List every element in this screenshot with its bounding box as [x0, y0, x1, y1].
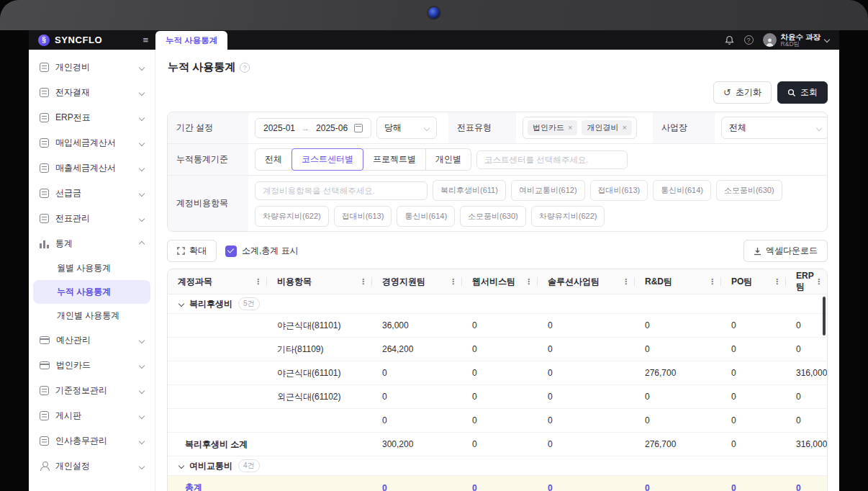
sidebar-item-13[interactable]: 개인설정 — [29, 454, 155, 479]
table-row-subtotal: 복리후생비 소계300,20000276,7000316,000 — [168, 433, 827, 456]
group-count-badge: 4건 — [238, 459, 260, 472]
sidebar-item-label: 예산관리 — [56, 334, 91, 346]
excel-download-button[interactable]: 엑셀다운로드 — [743, 240, 828, 262]
sidebar-item-0[interactable]: 개인경비 — [29, 55, 155, 80]
column-header: PO팀⋮ — [721, 269, 786, 294]
sidebar-item-6[interactable]: 전표관리 — [29, 206, 155, 231]
column-menu-icon[interactable]: ⋮ — [773, 277, 781, 287]
sidebar-item-4[interactable]: 매출세금계산서 — [29, 156, 155, 181]
value-cell: 0 — [786, 392, 828, 402]
sidebar-subitem-7-0[interactable]: 월별 사용통계 — [29, 256, 155, 280]
value-cell: 0 — [538, 392, 635, 402]
account-items-input[interactable] — [255, 181, 428, 200]
notification-bell-icon[interactable] — [725, 35, 735, 45]
account-item-chip[interactable]: 복리후생비(611) — [433, 180, 506, 201]
column-menu-icon[interactable]: ⋮ — [622, 277, 630, 287]
account-item-chip[interactable]: 접대비(613) — [590, 180, 648, 201]
page-help-icon[interactable]: ? — [240, 63, 250, 73]
checkbox-checked-icon[interactable] — [225, 246, 237, 257]
column-header-label: R&D팀 — [645, 276, 672, 288]
chevron-down-icon — [424, 125, 430, 130]
column-header-label: 비용항목 — [277, 276, 312, 288]
sidebar-item-label: ERP전표 — [55, 112, 91, 124]
value-cell: 276,700 — [635, 439, 721, 449]
budget-icon — [40, 336, 50, 344]
table-row-group: 여비교통비4건 — [168, 456, 827, 476]
table-row-data: 000000 — [168, 409, 827, 433]
column-header: R&D팀⋮ — [635, 269, 721, 294]
chevron-down-icon — [816, 125, 822, 130]
basis-option-button[interactable]: 프로젝트별 — [363, 148, 426, 171]
column-menu-icon[interactable]: ⋮ — [449, 277, 457, 287]
account-item-chip[interactable]: 통신비(614) — [653, 180, 711, 201]
column-menu-icon[interactable]: ⋮ — [815, 277, 823, 287]
search-button[interactable]: 조회 — [777, 81, 828, 104]
reset-button[interactable]: ↺ 초기화 — [713, 81, 772, 104]
sidebar-subitem-7-2[interactable]: 개인별 사용통계 — [29, 304, 155, 328]
account-cell: 복리후생비5건 — [168, 297, 267, 310]
sidebar-item-2[interactable]: ERP전표 — [29, 105, 155, 130]
value-cell: 0 — [462, 368, 538, 378]
help-icon[interactable]: ? — [744, 35, 754, 45]
basis-option-button[interactable]: 전체 — [255, 148, 292, 171]
value-cell: 0 — [635, 392, 721, 402]
voucher-type-input[interactable]: 법인카드×개인경비× — [523, 117, 637, 139]
search-icon — [787, 89, 796, 97]
period-preset-select[interactable]: 당해 — [376, 117, 437, 139]
user-menu[interactable]: 차윤수 과장 R&D팀 — [763, 32, 829, 48]
voucher-management-icon — [40, 214, 49, 223]
account-item-chip[interactable]: 차량유지비(622) — [255, 206, 329, 227]
account-item-chip[interactable]: 여비교통비(612) — [511, 180, 585, 201]
workplace-select[interactable]: 전체 — [721, 117, 828, 139]
sidebar-item-11[interactable]: 게시판 — [29, 403, 155, 428]
sidebar-item-8[interactable]: 예산관리 — [29, 328, 155, 353]
remove-tag-icon[interactable]: × — [622, 124, 626, 132]
value-cell: 300,200 — [372, 439, 462, 449]
chevron-down-icon — [139, 64, 145, 70]
account-item-chip[interactable]: 접대비(613) — [334, 206, 392, 227]
sidebar-subitem-7-1[interactable]: 누적 사용통계 — [33, 280, 150, 304]
value-cell: 0 — [462, 392, 538, 402]
sidebar-item-3[interactable]: 매입세금계산서 — [29, 130, 155, 156]
column-menu-icon[interactable]: ⋮ — [525, 277, 533, 287]
sidebar-item-10[interactable]: 기준정보관리 — [29, 378, 155, 403]
value-cell: 0 — [721, 439, 786, 449]
tab-cumulative-usage-stats[interactable]: 누적 사용통계 — [155, 31, 227, 50]
collapse-group-icon[interactable] — [178, 463, 184, 469]
column-header-label: 웹서비스팀 — [472, 276, 515, 288]
column-menu-icon[interactable]: ⋮ — [359, 277, 367, 287]
chevron-down-icon — [139, 140, 145, 145]
remove-tag-icon[interactable]: × — [568, 124, 572, 132]
download-icon — [754, 247, 761, 256]
cost-center-input[interactable] — [476, 150, 628, 169]
vertical-scrollbar[interactable] — [823, 297, 826, 335]
sidebar-item-1[interactable]: 전자결재 — [29, 80, 155, 105]
subtotal-toggle[interactable]: 소계,총계 표시 — [225, 245, 299, 257]
sidebar-item-9[interactable]: 법인카드 — [29, 353, 155, 378]
account-cell: 총계 — [168, 482, 267, 491]
account-item-chip[interactable]: 소모품비(630) — [460, 206, 526, 227]
expand-button[interactable]: 확대 — [167, 240, 217, 262]
column-menu-icon[interactable]: ⋮ — [708, 277, 716, 287]
chevron-down-icon — [139, 413, 145, 418]
account-item-chip[interactable]: 통신비(614) — [397, 206, 455, 227]
stats-table: 계정과목⋮비용항목⋮경영지원팀⋮웹서비스팀⋮솔루션사업팀⋮R&D팀⋮PO팀⋮ER… — [167, 269, 828, 491]
statistics-icon — [40, 240, 49, 248]
collapse-group-icon[interactable] — [178, 301, 184, 307]
basis-option-button[interactable]: 코스트센터별 — [291, 148, 363, 171]
account-item-chip[interactable]: 소모품비(630) — [716, 180, 782, 201]
column-menu-icon[interactable]: ⋮ — [254, 277, 262, 287]
period-end: 2025-06 — [316, 123, 348, 133]
expense-item-cell: 야근식대(81101) — [267, 320, 372, 332]
sidebar-item-label: 법인카드 — [56, 359, 91, 371]
date-range-input[interactable]: 2025-01 → 2025-06 — [255, 118, 371, 138]
sidebar-item-5[interactable]: 선급금 — [29, 181, 155, 206]
sidebar-item-7[interactable]: 통계 — [29, 231, 155, 256]
value-cell: 0 — [372, 483, 462, 491]
account-item-chip[interactable]: 차량유지비(622) — [531, 206, 605, 227]
basis-option-button[interactable]: 개인별 — [425, 148, 471, 171]
sidebar-item-12[interactable]: 인사총무관리 — [29, 428, 155, 454]
column-header: 솔루션사업팀⋮ — [538, 269, 635, 294]
expense-item-cell: 야근식대(61101) — [267, 367, 372, 379]
hamburger-menu-icon[interactable]: ≡ — [143, 35, 148, 45]
